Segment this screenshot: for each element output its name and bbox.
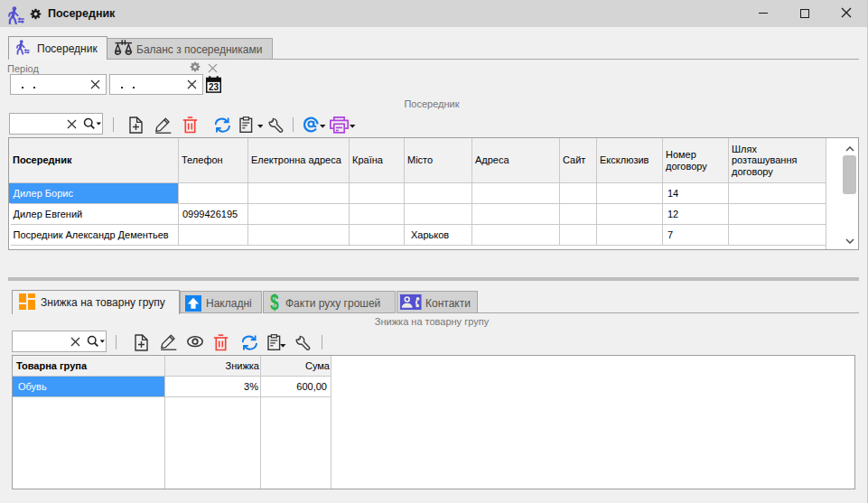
svg-text:23: 23 — [209, 82, 219, 92]
